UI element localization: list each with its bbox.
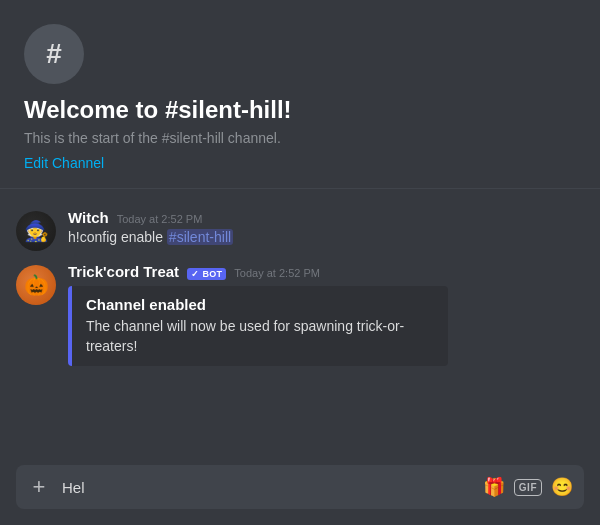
gift-button[interactable]: 🎁	[480, 473, 508, 501]
timestamp-witch: Today at 2:52 PM	[117, 213, 203, 225]
messages-area: 🧙 Witch Today at 2:52 PM h!config enable…	[0, 189, 600, 457]
emoji-icon: 😊	[551, 476, 573, 498]
avatar-witch: 🧙	[16, 211, 56, 251]
edit-channel-link[interactable]: Edit Channel	[24, 155, 104, 171]
message-text-witch: h!config enable #silent-hill	[68, 228, 576, 248]
input-bar: + 🎁 GIF 😊	[16, 465, 584, 509]
timestamp-bot: Today at 2:52 PM	[234, 267, 320, 279]
avatar-bot: 🎃	[16, 265, 56, 305]
message-input[interactable]	[58, 475, 480, 500]
embed-description: The channel will now be used for spawnin…	[86, 317, 434, 356]
hash-icon: #	[46, 38, 62, 70]
message-content-bot: Trick'cord Treat ✓ BOT Today at 2:52 PM …	[68, 263, 576, 366]
bot-badge: ✓ BOT	[187, 268, 226, 280]
embed-title: Channel enabled	[86, 296, 434, 313]
message-group-witch: 🧙 Witch Today at 2:52 PM h!config enable…	[0, 205, 600, 255]
input-icon-group: 🎁 GIF 😊	[480, 473, 576, 501]
message-header-witch: Witch Today at 2:52 PM	[68, 209, 576, 226]
message-group-bot: 🎃 Trick'cord Treat ✓ BOT Today at 2:52 P…	[0, 259, 600, 370]
channel-header: # Welcome to #silent-hill! This is the s…	[0, 0, 600, 189]
add-content-button[interactable]: +	[24, 472, 54, 502]
username-bot: Trick'cord Treat	[68, 263, 179, 280]
bot-label: BOT	[202, 269, 222, 279]
checkmark-icon: ✓	[191, 269, 199, 279]
message-header-bot: Trick'cord Treat ✓ BOT Today at 2:52 PM	[68, 263, 576, 280]
gift-icon: 🎁	[483, 476, 505, 498]
gif-button[interactable]: GIF	[514, 479, 542, 496]
channel-icon: #	[24, 24, 84, 84]
embed-card: Channel enabled The channel will now be …	[68, 286, 448, 366]
username-witch: Witch	[68, 209, 109, 226]
plus-icon: +	[33, 474, 46, 500]
emoji-button[interactable]: 😊	[548, 473, 576, 501]
channel-title: Welcome to #silent-hill!	[24, 96, 576, 124]
channel-mention[interactable]: #silent-hill	[167, 229, 233, 245]
channel-description: This is the start of the #silent-hill ch…	[24, 130, 576, 146]
message-content-witch: Witch Today at 2:52 PM h!config enable #…	[68, 209, 576, 251]
